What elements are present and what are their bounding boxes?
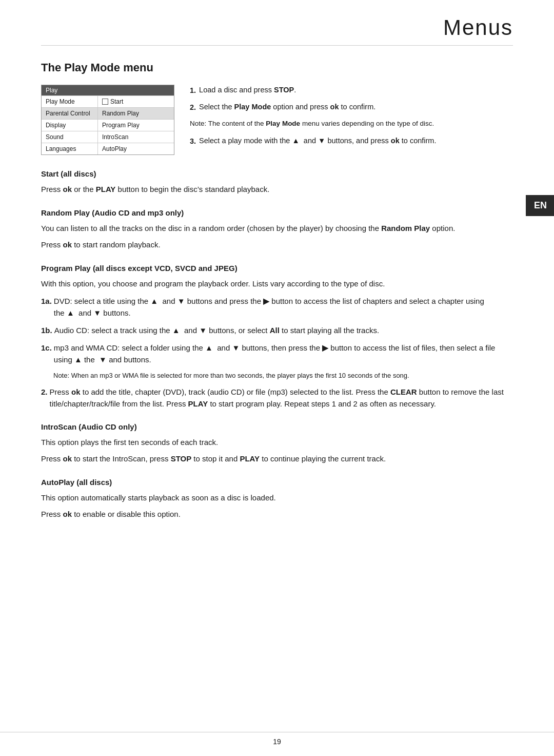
section-start: Start (all discs) Press ok or the PLAY b… — [41, 168, 513, 196]
section-autoplay-title: AutoPlay (all discs) — [41, 476, 513, 489]
menu-row-4: Sound IntroScan — [42, 131, 174, 143]
section-random-play-p1: You can listen to all the tracks on the … — [41, 222, 513, 235]
section-autoplay-p1: This option automatically starts playbac… — [41, 492, 513, 504]
page-container: Menus EN The Play Mode menu Play Play Mo… — [0, 0, 554, 563]
sub-note-1c: Note: When an mp3 or WMA file is selecte… — [53, 371, 513, 381]
section-introscan-p1: This option plays the first ten seconds … — [41, 436, 513, 449]
menu-row-5: Languages AutoPlay — [42, 143, 174, 154]
menu-table: Play Play Mode Start Parental Control Ra… — [41, 85, 174, 155]
menu-cell-introscan: IntroScan — [98, 131, 174, 143]
menu-cell-display: Display — [42, 120, 98, 131]
section-title: The Play Mode menu — [41, 61, 513, 74]
step-2: 2. Select the Play Mode option and press… — [190, 102, 513, 113]
step-1-num: 1. — [190, 85, 196, 96]
sub-content-1b: Audio CD: select a track using the ▲ and… — [54, 324, 379, 337]
program-play-step2-num: 2. — [41, 386, 48, 410]
page-number: 19 — [273, 738, 281, 746]
section-random-play: Random Play (Audio CD and mp3 only) You … — [41, 207, 513, 251]
program-play-step2: 2. Press ok to add the title, chapter (D… — [41, 386, 513, 410]
sub-content-1c: mp3 and WMA CD: select a folder using th… — [54, 342, 513, 366]
step-3-num: 3. — [190, 135, 196, 147]
sub-item-1a: 1a. DVD: select a title using the ▲ and … — [41, 295, 513, 319]
menu-table-header: Play — [42, 85, 174, 95]
sub-label-1a: 1a. — [41, 295, 52, 319]
section-start-p1: Press ok or the PLAY button to begin the… — [41, 183, 513, 196]
program-play-subitems: 1a. DVD: select a title using the ▲ and … — [41, 295, 513, 381]
section-program-play-title: Program Play (all discs except VCD, SVCD… — [41, 262, 513, 275]
sub-label-1b: 1b. — [41, 324, 52, 337]
page-title: Menus — [41, 15, 513, 40]
step-note: Note: The content of the Play Mode menu … — [190, 119, 513, 129]
sub-item-1b: 1b. Audio CD: select a track using the ▲… — [41, 324, 513, 337]
section-random-play-title: Random Play (Audio CD and mp3 only) — [41, 207, 513, 219]
step-2-text: Select the Play Mode option and press ok… — [199, 102, 375, 113]
sub-label-1c: 1c. — [41, 342, 52, 366]
section-program-play: Program Play (all discs except VCD, SVCD… — [41, 262, 513, 410]
menu-cell-autoplay: AutoPlay — [98, 143, 174, 154]
section-autoplay: AutoPlay (all discs) This option automat… — [41, 476, 513, 520]
instructions-col: 1. Load a disc and press STOP. 2. Select… — [190, 85, 513, 155]
menu-cell-start-label: Start — [110, 98, 123, 105]
section-introscan-p2: Press ok to start the IntroScan, press S… — [41, 453, 513, 465]
main-content: Play Play Mode Start Parental Control Ra… — [41, 85, 513, 155]
menu-cell-start: Start — [98, 96, 174, 107]
step-1: 1. Load a disc and press STOP. — [190, 85, 513, 96]
sub-item-1c: 1c. mp3 and WMA CD: select a folder usin… — [41, 342, 513, 366]
menu-cell-sound: Sound — [42, 131, 98, 143]
menu-row-2: Parental Control Random Play — [42, 107, 174, 119]
menu-cell-parental-control: Parental Control — [42, 108, 98, 119]
section-random-play-p2: Press ok to start random playback. — [41, 239, 513, 251]
menu-row-3: Display Program Play — [42, 119, 174, 131]
menu-row-1: Play Mode Start — [42, 95, 174, 107]
step-3: 3. Select a play mode with the ▲ and ▼ b… — [190, 135, 513, 147]
en-badge: EN — [526, 195, 554, 216]
page-header: Menus — [41, 0, 513, 46]
menu-cell-program-play: Program Play — [98, 120, 174, 131]
page-footer: 19 — [0, 732, 554, 746]
checkbox-icon — [102, 99, 108, 105]
section-introscan: IntroScan (Audio CD only) This option pl… — [41, 421, 513, 465]
program-play-step2-text: Press ok to add the title, chapter (DVD)… — [50, 386, 513, 410]
section-introscan-title: IntroScan (Audio CD only) — [41, 421, 513, 433]
step-1-text: Load a disc and press STOP. — [199, 85, 296, 96]
section-autoplay-p2: Press ok to enable or disable this optio… — [41, 508, 513, 520]
sub-content-1a: DVD: select a title using the ▲ and ▼ bu… — [54, 295, 513, 319]
menu-cell-languages: Languages — [42, 143, 98, 154]
step-2-num: 2. — [190, 102, 196, 113]
menu-cell-random-play: Random Play — [98, 108, 174, 119]
section-program-play-p1: With this option, you choose and program… — [41, 278, 513, 290]
section-start-title: Start (all discs) — [41, 168, 513, 180]
step-3-text: Select a play mode with the ▲ and ▼ butt… — [199, 135, 436, 147]
menu-cell-play-mode: Play Mode — [42, 96, 98, 107]
